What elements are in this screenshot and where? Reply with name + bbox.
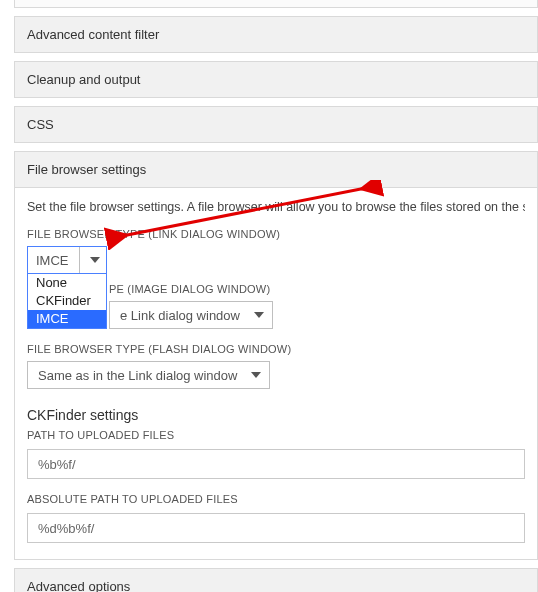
label-file-browser-link: FILE BROWSER TYPE (LINK DIALOG WINDOW) bbox=[27, 228, 525, 240]
label-file-browser-flash: FILE BROWSER TYPE (FLASH DIALOG WINDOW) bbox=[27, 343, 525, 355]
section-advanced-options[interactable]: Advanced options bbox=[14, 568, 538, 592]
select-value: Same as in the Link dialog window bbox=[38, 368, 237, 383]
section-label: CSS bbox=[27, 117, 54, 132]
option-ckfinder[interactable]: CKFinder bbox=[28, 292, 106, 310]
dropdown-file-browser-link: None CKFinder IMCE bbox=[27, 273, 107, 329]
input-absolute-path-uploaded-files[interactable] bbox=[27, 513, 525, 543]
option-none[interactable]: None bbox=[28, 274, 106, 292]
select-value: IMCE bbox=[36, 253, 69, 268]
section-label: Advanced content filter bbox=[27, 27, 159, 42]
select-file-browser-link[interactable]: IMCE bbox=[27, 246, 107, 274]
ckfinder-settings-heading: CKFinder settings bbox=[27, 407, 525, 423]
select-file-browser-flash[interactable]: Same as in the Link dialog window bbox=[27, 361, 270, 389]
chevron-down-icon bbox=[251, 372, 261, 378]
chevron-down-icon bbox=[254, 312, 264, 318]
section-file-browser-settings: File browser settings Set the file brows… bbox=[14, 151, 538, 560]
section-advanced-content-filter[interactable]: Advanced content filter bbox=[14, 16, 538, 53]
section-cleanup-output[interactable]: Cleanup and output bbox=[14, 61, 538, 98]
section-label: Advanced options bbox=[27, 579, 130, 592]
section-css[interactable]: CSS bbox=[14, 106, 538, 143]
select-value: e Link dialog window bbox=[120, 308, 240, 323]
option-imce[interactable]: IMCE bbox=[28, 310, 106, 328]
section-label: File browser settings bbox=[27, 162, 146, 177]
section-header[interactable]: File browser settings bbox=[15, 152, 537, 188]
partial-top-panel bbox=[14, 0, 538, 8]
label-file-browser-image: PE (IMAGE DIALOG WINDOW) bbox=[109, 283, 525, 295]
label-absolute-path-uploaded-files: ABSOLUTE PATH TO UPLOADED FILES bbox=[27, 493, 525, 505]
select-file-browser-image[interactable]: e Link dialog window bbox=[109, 301, 273, 329]
chevron-down-icon bbox=[90, 257, 100, 263]
label-path-uploaded-files: PATH TO UPLOADED FILES bbox=[27, 429, 525, 441]
input-path-uploaded-files[interactable] bbox=[27, 449, 525, 479]
file-browser-description: Set the file browser settings. A file br… bbox=[27, 200, 525, 214]
section-label: Cleanup and output bbox=[27, 72, 140, 87]
